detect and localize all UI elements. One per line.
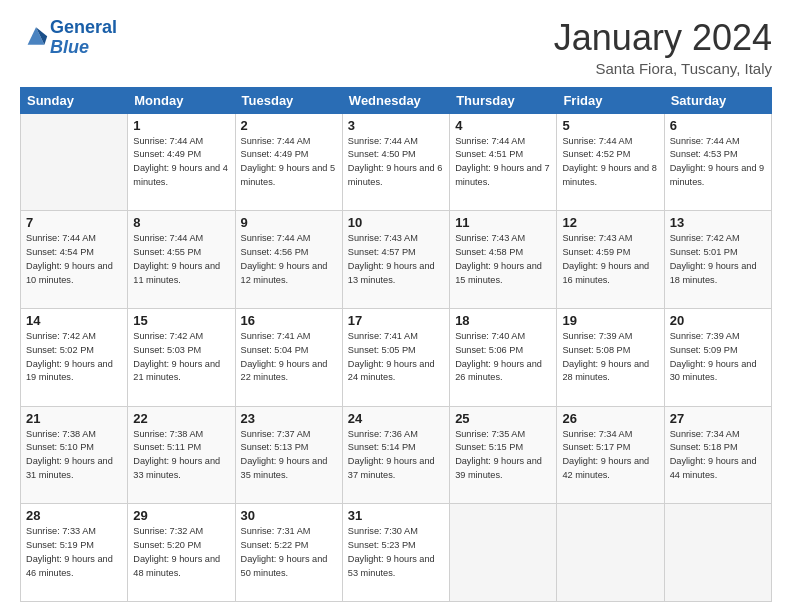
day-detail: Sunrise: 7:42 AMSunset: 5:03 PMDaylight:…	[133, 330, 229, 385]
weekday-header-saturday: Saturday	[664, 87, 771, 113]
day-number: 26	[562, 411, 658, 426]
day-detail: Sunrise: 7:40 AMSunset: 5:06 PMDaylight:…	[455, 330, 551, 385]
week-row-3: 14 Sunrise: 7:42 AMSunset: 5:02 PMDaylig…	[21, 308, 772, 406]
day-number: 31	[348, 508, 444, 523]
day-detail: Sunrise: 7:44 AMSunset: 4:49 PMDaylight:…	[133, 135, 229, 190]
calendar-cell: 24 Sunrise: 7:36 AMSunset: 5:14 PMDaylig…	[342, 406, 449, 504]
page: General Blue January 2024 Santa Fiora, T…	[0, 0, 792, 612]
calendar-cell: 26 Sunrise: 7:34 AMSunset: 5:17 PMDaylig…	[557, 406, 664, 504]
calendar-cell: 8 Sunrise: 7:44 AMSunset: 4:55 PMDayligh…	[128, 211, 235, 309]
day-number: 3	[348, 118, 444, 133]
title-block: January 2024 Santa Fiora, Tuscany, Italy	[554, 18, 772, 77]
calendar-cell: 15 Sunrise: 7:42 AMSunset: 5:03 PMDaylig…	[128, 308, 235, 406]
weekday-header-monday: Monday	[128, 87, 235, 113]
calendar-cell: 31 Sunrise: 7:30 AMSunset: 5:23 PMDaylig…	[342, 504, 449, 602]
day-number: 17	[348, 313, 444, 328]
day-detail: Sunrise: 7:43 AMSunset: 4:59 PMDaylight:…	[562, 232, 658, 287]
week-row-1: 1 Sunrise: 7:44 AMSunset: 4:49 PMDayligh…	[21, 113, 772, 211]
day-detail: Sunrise: 7:38 AMSunset: 5:11 PMDaylight:…	[133, 428, 229, 483]
logo: General Blue	[20, 18, 117, 58]
day-number: 16	[241, 313, 337, 328]
day-number: 18	[455, 313, 551, 328]
day-detail: Sunrise: 7:34 AMSunset: 5:17 PMDaylight:…	[562, 428, 658, 483]
day-detail: Sunrise: 7:38 AMSunset: 5:10 PMDaylight:…	[26, 428, 122, 483]
day-detail: Sunrise: 7:44 AMSunset: 4:54 PMDaylight:…	[26, 232, 122, 287]
day-number: 14	[26, 313, 122, 328]
day-number: 9	[241, 215, 337, 230]
day-number: 19	[562, 313, 658, 328]
calendar-cell: 6 Sunrise: 7:44 AMSunset: 4:53 PMDayligh…	[664, 113, 771, 211]
calendar-cell: 21 Sunrise: 7:38 AMSunset: 5:10 PMDaylig…	[21, 406, 128, 504]
calendar-cell	[664, 504, 771, 602]
day-detail: Sunrise: 7:44 AMSunset: 4:56 PMDaylight:…	[241, 232, 337, 287]
day-number: 7	[26, 215, 122, 230]
day-detail: Sunrise: 7:44 AMSunset: 4:49 PMDaylight:…	[241, 135, 337, 190]
calendar-cell: 20 Sunrise: 7:39 AMSunset: 5:09 PMDaylig…	[664, 308, 771, 406]
weekday-header-friday: Friday	[557, 87, 664, 113]
calendar-cell: 25 Sunrise: 7:35 AMSunset: 5:15 PMDaylig…	[450, 406, 557, 504]
week-row-2: 7 Sunrise: 7:44 AMSunset: 4:54 PMDayligh…	[21, 211, 772, 309]
day-detail: Sunrise: 7:31 AMSunset: 5:22 PMDaylight:…	[241, 525, 337, 580]
logo-text: General Blue	[50, 18, 117, 58]
calendar-cell: 30 Sunrise: 7:31 AMSunset: 5:22 PMDaylig…	[235, 504, 342, 602]
calendar-cell: 13 Sunrise: 7:42 AMSunset: 5:01 PMDaylig…	[664, 211, 771, 309]
calendar-cell: 19 Sunrise: 7:39 AMSunset: 5:08 PMDaylig…	[557, 308, 664, 406]
week-row-5: 28 Sunrise: 7:33 AMSunset: 5:19 PMDaylig…	[21, 504, 772, 602]
day-number: 1	[133, 118, 229, 133]
day-number: 15	[133, 313, 229, 328]
calendar-cell: 5 Sunrise: 7:44 AMSunset: 4:52 PMDayligh…	[557, 113, 664, 211]
header: General Blue January 2024 Santa Fiora, T…	[20, 18, 772, 77]
calendar-cell: 29 Sunrise: 7:32 AMSunset: 5:20 PMDaylig…	[128, 504, 235, 602]
weekday-header-row: SundayMondayTuesdayWednesdayThursdayFrid…	[21, 87, 772, 113]
day-number: 29	[133, 508, 229, 523]
day-number: 22	[133, 411, 229, 426]
day-number: 11	[455, 215, 551, 230]
day-detail: Sunrise: 7:30 AMSunset: 5:23 PMDaylight:…	[348, 525, 444, 580]
calendar-cell: 14 Sunrise: 7:42 AMSunset: 5:02 PMDaylig…	[21, 308, 128, 406]
calendar-cell: 7 Sunrise: 7:44 AMSunset: 4:54 PMDayligh…	[21, 211, 128, 309]
day-number: 27	[670, 411, 766, 426]
calendar-cell	[450, 504, 557, 602]
calendar-cell: 22 Sunrise: 7:38 AMSunset: 5:11 PMDaylig…	[128, 406, 235, 504]
calendar-table: SundayMondayTuesdayWednesdayThursdayFrid…	[20, 87, 772, 602]
day-number: 23	[241, 411, 337, 426]
day-number: 8	[133, 215, 229, 230]
day-number: 30	[241, 508, 337, 523]
day-number: 4	[455, 118, 551, 133]
day-number: 25	[455, 411, 551, 426]
calendar-cell: 11 Sunrise: 7:43 AMSunset: 4:58 PMDaylig…	[450, 211, 557, 309]
calendar-cell: 16 Sunrise: 7:41 AMSunset: 5:04 PMDaylig…	[235, 308, 342, 406]
day-detail: Sunrise: 7:44 AMSunset: 4:50 PMDaylight:…	[348, 135, 444, 190]
day-detail: Sunrise: 7:35 AMSunset: 5:15 PMDaylight:…	[455, 428, 551, 483]
day-detail: Sunrise: 7:39 AMSunset: 5:08 PMDaylight:…	[562, 330, 658, 385]
week-row-4: 21 Sunrise: 7:38 AMSunset: 5:10 PMDaylig…	[21, 406, 772, 504]
day-detail: Sunrise: 7:36 AMSunset: 5:14 PMDaylight:…	[348, 428, 444, 483]
day-detail: Sunrise: 7:44 AMSunset: 4:52 PMDaylight:…	[562, 135, 658, 190]
calendar-cell: 10 Sunrise: 7:43 AMSunset: 4:57 PMDaylig…	[342, 211, 449, 309]
day-detail: Sunrise: 7:44 AMSunset: 4:55 PMDaylight:…	[133, 232, 229, 287]
day-detail: Sunrise: 7:41 AMSunset: 5:05 PMDaylight:…	[348, 330, 444, 385]
day-number: 2	[241, 118, 337, 133]
calendar-cell	[557, 504, 664, 602]
weekday-header-wednesday: Wednesday	[342, 87, 449, 113]
day-detail: Sunrise: 7:42 AMSunset: 5:01 PMDaylight:…	[670, 232, 766, 287]
calendar-cell: 12 Sunrise: 7:43 AMSunset: 4:59 PMDaylig…	[557, 211, 664, 309]
calendar-cell: 3 Sunrise: 7:44 AMSunset: 4:50 PMDayligh…	[342, 113, 449, 211]
day-number: 20	[670, 313, 766, 328]
day-detail: Sunrise: 7:44 AMSunset: 4:53 PMDaylight:…	[670, 135, 766, 190]
day-detail: Sunrise: 7:41 AMSunset: 5:04 PMDaylight:…	[241, 330, 337, 385]
calendar-cell: 4 Sunrise: 7:44 AMSunset: 4:51 PMDayligh…	[450, 113, 557, 211]
day-number: 24	[348, 411, 444, 426]
calendar-cell: 1 Sunrise: 7:44 AMSunset: 4:49 PMDayligh…	[128, 113, 235, 211]
day-number: 21	[26, 411, 122, 426]
day-detail: Sunrise: 7:43 AMSunset: 4:57 PMDaylight:…	[348, 232, 444, 287]
day-number: 6	[670, 118, 766, 133]
weekday-header-sunday: Sunday	[21, 87, 128, 113]
day-detail: Sunrise: 7:42 AMSunset: 5:02 PMDaylight:…	[26, 330, 122, 385]
day-detail: Sunrise: 7:32 AMSunset: 5:20 PMDaylight:…	[133, 525, 229, 580]
day-detail: Sunrise: 7:44 AMSunset: 4:51 PMDaylight:…	[455, 135, 551, 190]
calendar-cell: 28 Sunrise: 7:33 AMSunset: 5:19 PMDaylig…	[21, 504, 128, 602]
month-title: January 2024	[554, 18, 772, 58]
calendar-cell: 23 Sunrise: 7:37 AMSunset: 5:13 PMDaylig…	[235, 406, 342, 504]
day-detail: Sunrise: 7:33 AMSunset: 5:19 PMDaylight:…	[26, 525, 122, 580]
